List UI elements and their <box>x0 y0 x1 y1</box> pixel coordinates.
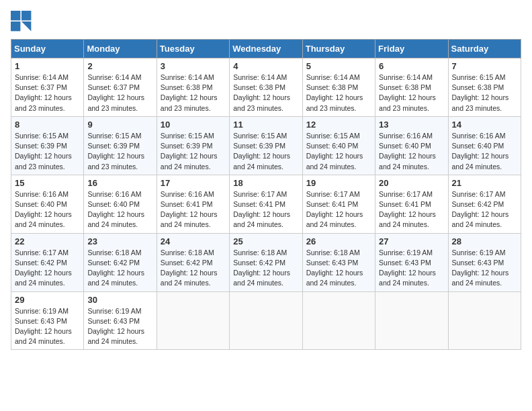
day-cell-11: 11 Sunrise: 6:15 AM Sunset: 6:39 PM Dayl… <box>230 116 302 175</box>
day-cell-22: 22 Sunrise: 6:17 AM Sunset: 6:42 PM Dayl… <box>11 233 84 291</box>
day-number-3: 3 <box>161 61 226 71</box>
day-info-26: Sunrise: 6:18 AM Sunset: 6:43 PM Dayligh… <box>306 248 371 289</box>
col-tuesday: Tuesday <box>157 40 229 58</box>
day-cell-27: 27 Sunrise: 6:19 AM Sunset: 6:43 PM Dayl… <box>375 233 448 291</box>
day-number-23: 23 <box>87 236 152 246</box>
day-info-11: Sunrise: 6:15 AM Sunset: 6:39 PM Dayligh… <box>233 131 298 172</box>
day-number-6: 6 <box>379 61 444 71</box>
day-cell-20: 20 Sunrise: 6:17 AM Sunset: 6:41 PM Dayl… <box>375 175 448 233</box>
week-row-3: 15 Sunrise: 6:16 AM Sunset: 6:40 PM Dayl… <box>11 175 521 233</box>
day-info-4: Sunrise: 6:14 AM Sunset: 6:38 PM Dayligh… <box>233 73 298 113</box>
day-cell-17: 17 Sunrise: 6:16 AM Sunset: 6:41 PM Dayl… <box>157 175 229 233</box>
day-cell-23: 23 Sunrise: 6:18 AM Sunset: 6:42 PM Dayl… <box>84 233 157 291</box>
day-info-10: Sunrise: 6:15 AM Sunset: 6:39 PM Dayligh… <box>161 131 226 172</box>
col-monday: Monday <box>84 40 157 58</box>
day-info-27: Sunrise: 6:19 AM Sunset: 6:43 PM Dayligh… <box>379 248 444 289</box>
day-number-11: 11 <box>233 120 298 130</box>
day-info-6: Sunrise: 6:14 AM Sunset: 6:38 PM Dayligh… <box>379 73 444 113</box>
day-number-12: 12 <box>306 120 371 130</box>
day-number-21: 21 <box>452 178 517 188</box>
day-number-29: 29 <box>15 295 80 305</box>
empty-cell <box>302 291 375 350</box>
day-cell-28: 28 Sunrise: 6:19 AM Sunset: 6:43 PM Dayl… <box>448 233 521 291</box>
day-number-30: 30 <box>87 295 152 305</box>
day-number-28: 28 <box>452 236 517 246</box>
svg-rect-0 <box>11 11 20 20</box>
day-info-28: Sunrise: 6:19 AM Sunset: 6:43 PM Dayligh… <box>452 248 517 289</box>
day-cell-8: 8 Sunrise: 6:15 AM Sunset: 6:39 PM Dayli… <box>11 116 84 175</box>
day-number-27: 27 <box>379 236 444 246</box>
day-info-15: Sunrise: 6:16 AM Sunset: 6:40 PM Dayligh… <box>15 189 80 230</box>
week-row-1: 1 Sunrise: 6:14 AM Sunset: 6:37 PM Dayli… <box>11 58 521 117</box>
day-info-5: Sunrise: 6:14 AM Sunset: 6:38 PM Dayligh… <box>306 73 371 113</box>
day-number-14: 14 <box>452 120 517 130</box>
day-info-30: Sunrise: 6:19 AM Sunset: 6:43 PM Dayligh… <box>87 306 152 347</box>
week-row-4: 22 Sunrise: 6:17 AM Sunset: 6:42 PM Dayl… <box>11 233 521 291</box>
generalblue-icon <box>11 11 32 32</box>
day-cell-21: 21 Sunrise: 6:17 AM Sunset: 6:42 PM Dayl… <box>448 175 521 233</box>
svg-rect-2 <box>11 21 20 31</box>
day-cell-18: 18 Sunrise: 6:17 AM Sunset: 6:41 PM Dayl… <box>230 175 302 233</box>
day-number-15: 15 <box>15 178 80 188</box>
week-row-2: 8 Sunrise: 6:15 AM Sunset: 6:39 PM Dayli… <box>11 116 521 175</box>
calendar-table: Sunday Monday Tuesday Wednesday Thursday… <box>11 39 521 350</box>
day-info-18: Sunrise: 6:17 AM Sunset: 6:41 PM Dayligh… <box>233 189 298 230</box>
day-info-29: Sunrise: 6:19 AM Sunset: 6:43 PM Dayligh… <box>15 306 80 347</box>
day-info-23: Sunrise: 6:18 AM Sunset: 6:42 PM Dayligh… <box>87 248 152 289</box>
day-info-2: Sunrise: 6:14 AM Sunset: 6:37 PM Dayligh… <box>87 73 152 113</box>
day-cell-14: 14 Sunrise: 6:16 AM Sunset: 6:40 PM Dayl… <box>448 116 521 175</box>
day-info-24: Sunrise: 6:18 AM Sunset: 6:42 PM Dayligh… <box>161 248 226 289</box>
day-number-20: 20 <box>379 178 444 188</box>
day-info-1: Sunrise: 6:14 AM Sunset: 6:37 PM Dayligh… <box>15 73 80 113</box>
day-number-4: 4 <box>233 61 298 71</box>
day-info-17: Sunrise: 6:16 AM Sunset: 6:41 PM Dayligh… <box>161 189 226 230</box>
day-number-18: 18 <box>233 178 298 188</box>
header <box>11 11 521 32</box>
col-wednesday: Wednesday <box>230 40 302 58</box>
day-cell-5: 5 Sunrise: 6:14 AM Sunset: 6:38 PM Dayli… <box>302 58 375 117</box>
day-number-2: 2 <box>87 61 152 71</box>
col-thursday: Thursday <box>302 40 375 58</box>
day-cell-16: 16 Sunrise: 6:16 AM Sunset: 6:40 PM Dayl… <box>84 175 157 233</box>
empty-cell <box>230 291 302 350</box>
day-cell-4: 4 Sunrise: 6:14 AM Sunset: 6:38 PM Dayli… <box>230 58 302 117</box>
day-info-9: Sunrise: 6:15 AM Sunset: 6:39 PM Dayligh… <box>87 131 152 172</box>
calendar-header-row: Sunday Monday Tuesday Wednesday Thursday… <box>11 40 521 58</box>
day-number-25: 25 <box>233 236 298 246</box>
day-number-9: 9 <box>87 120 152 130</box>
day-number-7: 7 <box>452 61 517 71</box>
logo <box>11 11 35 32</box>
day-number-16: 16 <box>87 178 152 188</box>
day-number-10: 10 <box>161 120 226 130</box>
day-cell-25: 25 Sunrise: 6:18 AM Sunset: 6:42 PM Dayl… <box>230 233 302 291</box>
day-cell-6: 6 Sunrise: 6:14 AM Sunset: 6:38 PM Dayli… <box>375 58 448 117</box>
day-info-14: Sunrise: 6:16 AM Sunset: 6:40 PM Dayligh… <box>452 131 517 172</box>
empty-cell <box>448 291 521 350</box>
day-number-13: 13 <box>379 120 444 130</box>
day-info-8: Sunrise: 6:15 AM Sunset: 6:39 PM Dayligh… <box>15 131 80 172</box>
day-cell-10: 10 Sunrise: 6:15 AM Sunset: 6:39 PM Dayl… <box>157 116 229 175</box>
col-saturday: Saturday <box>448 40 521 58</box>
day-cell-13: 13 Sunrise: 6:16 AM Sunset: 6:40 PM Dayl… <box>375 116 448 175</box>
day-info-12: Sunrise: 6:15 AM Sunset: 6:40 PM Dayligh… <box>306 131 371 172</box>
svg-marker-3 <box>21 21 31 31</box>
day-number-19: 19 <box>306 178 371 188</box>
day-number-22: 22 <box>15 236 80 246</box>
day-cell-12: 12 Sunrise: 6:15 AM Sunset: 6:40 PM Dayl… <box>302 116 375 175</box>
day-number-5: 5 <box>306 61 371 71</box>
svg-rect-1 <box>21 11 31 20</box>
day-info-25: Sunrise: 6:18 AM Sunset: 6:42 PM Dayligh… <box>233 248 298 289</box>
day-cell-3: 3 Sunrise: 6:14 AM Sunset: 6:38 PM Dayli… <box>157 58 229 117</box>
day-cell-9: 9 Sunrise: 6:15 AM Sunset: 6:39 PM Dayli… <box>84 116 157 175</box>
day-cell-19: 19 Sunrise: 6:17 AM Sunset: 6:41 PM Dayl… <box>302 175 375 233</box>
empty-cell <box>375 291 448 350</box>
day-number-26: 26 <box>306 236 371 246</box>
day-info-13: Sunrise: 6:16 AM Sunset: 6:40 PM Dayligh… <box>379 131 444 172</box>
day-info-22: Sunrise: 6:17 AM Sunset: 6:42 PM Dayligh… <box>15 248 80 289</box>
empty-cell <box>157 291 229 350</box>
day-number-24: 24 <box>161 236 226 246</box>
day-cell-2: 2 Sunrise: 6:14 AM Sunset: 6:37 PM Dayli… <box>84 58 157 117</box>
day-info-7: Sunrise: 6:15 AM Sunset: 6:38 PM Dayligh… <box>452 73 517 113</box>
logo-combined <box>11 11 35 32</box>
day-info-21: Sunrise: 6:17 AM Sunset: 6:42 PM Dayligh… <box>452 189 517 230</box>
